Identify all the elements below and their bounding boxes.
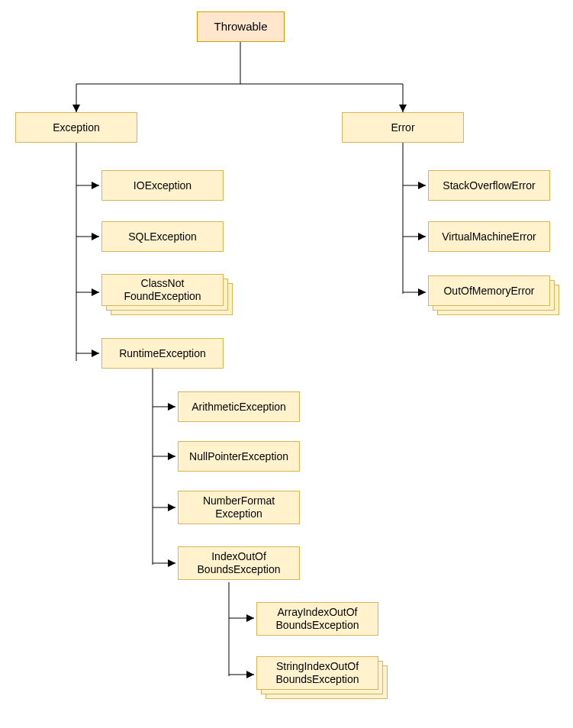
svg-marker-35 bbox=[418, 288, 426, 296]
svg-marker-14 bbox=[92, 350, 99, 357]
svg-marker-8 bbox=[92, 182, 99, 189]
svg-marker-3 bbox=[72, 105, 80, 112]
svg-marker-28 bbox=[246, 671, 254, 678]
svg-marker-10 bbox=[92, 233, 99, 240]
svg-marker-33 bbox=[418, 233, 426, 240]
svg-marker-21 bbox=[168, 504, 175, 511]
node-runtimeexception: RuntimeException bbox=[101, 338, 224, 369]
svg-marker-5 bbox=[399, 105, 407, 112]
svg-marker-12 bbox=[92, 288, 99, 296]
node-arrayindex: ArrayIndexOutOf BoundsException bbox=[256, 602, 378, 636]
node-classnotfound: ClassNot FoundException bbox=[101, 274, 224, 306]
node-outofmemory: OutOfMemoryError bbox=[428, 275, 550, 306]
node-nullpointer: NullPointerException bbox=[178, 441, 300, 472]
node-virtualmachine: VirtualMachineError bbox=[428, 221, 550, 252]
svg-marker-31 bbox=[418, 182, 426, 189]
node-stackoverflow: StackOverflowError bbox=[428, 170, 550, 201]
svg-marker-17 bbox=[168, 403, 175, 411]
node-indexoob: IndexOutOf BoundsException bbox=[178, 546, 300, 580]
node-throwable: Throwable bbox=[197, 11, 285, 42]
node-ioexception: IOException bbox=[101, 170, 224, 201]
svg-marker-19 bbox=[168, 453, 175, 460]
node-numberformat: NumberFormat Exception bbox=[178, 491, 300, 524]
svg-marker-23 bbox=[168, 559, 175, 567]
node-exception: Exception bbox=[15, 112, 137, 143]
node-arithmetic: ArithmeticException bbox=[178, 391, 300, 422]
node-stringindex: StringIndexOutOf BoundsException bbox=[256, 656, 378, 690]
node-sqlexception: SQLException bbox=[101, 221, 224, 252]
node-error: Error bbox=[342, 112, 464, 143]
svg-marker-26 bbox=[246, 614, 254, 622]
